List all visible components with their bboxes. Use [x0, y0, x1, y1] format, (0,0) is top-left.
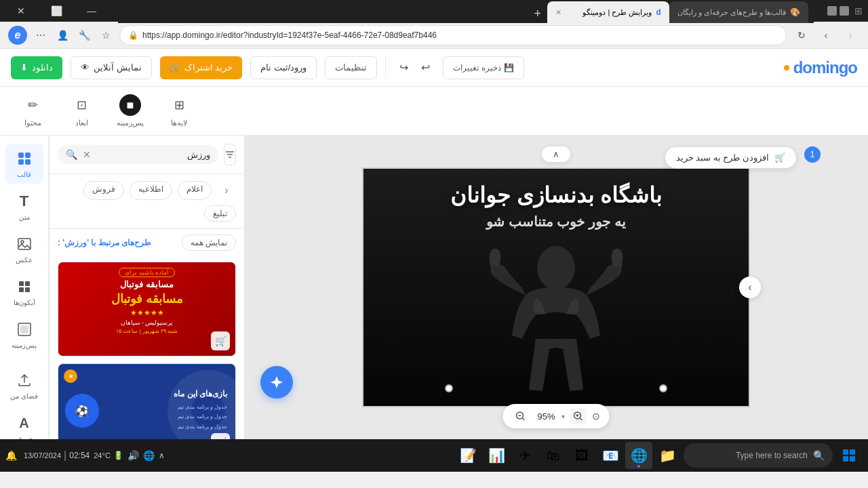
upload-icon	[15, 371, 34, 390]
more-icon[interactable]: ⋯	[33, 27, 49, 43]
fonts-icon: A	[15, 413, 34, 432]
main-content: 🛒 افزودن طرح به سبد خرید 1	[0, 136, 868, 439]
taskbar-notification[interactable]: 🔔	[5, 450, 17, 461]
canvas[interactable]: باشگاه بدنسازی جوانان یه جور خوب متناسب …	[362, 167, 750, 407]
svg-rect-26	[843, 456, 848, 462]
redo-button[interactable]: ↪	[394, 58, 413, 77]
template-search-input[interactable]	[96, 150, 210, 160]
tpl1-cart-icon[interactable]: 🛒	[211, 331, 230, 350]
profile-icon[interactable]: 👤	[54, 27, 71, 43]
resize-handle-left[interactable]	[445, 384, 453, 392]
resize-handle-right[interactable]	[659, 384, 667, 392]
add-to-cart-button[interactable]: 🛒 افزودن طرح به سبد خرید	[665, 146, 797, 169]
svg-rect-15	[18, 239, 31, 249]
svg-rect-20	[25, 287, 30, 292]
template-card-blue-sports[interactable]: ⚽ بازی‌های این ماه جدول و برنامه بندی تی…	[58, 363, 236, 439]
taskbar-excel[interactable]: 📊	[483, 442, 510, 469]
taskbar-store[interactable]: 🛍	[540, 442, 567, 469]
online-preview-button[interactable]: نمایش آنلاین 👁	[71, 56, 152, 79]
toolbar: ⊞ لایه‌ها ■ پس‌زمینه ⊡ ابعاد ✏ محتوا	[0, 87, 868, 136]
search-wrapper: ✕ 🔍	[58, 145, 218, 164]
systray-volume[interactable]: 🔊	[127, 450, 139, 461]
systray-network[interactable]: 🌐	[143, 450, 155, 461]
svg-rect-22	[20, 325, 28, 333]
panel-toggle-arrow[interactable]: ›	[739, 277, 761, 298]
template-card-football[interactable]: آماده باشید برای مسابقه فوتبال مسابقه فو…	[58, 262, 236, 357]
login-button[interactable]: ورود/ثبت نام	[250, 56, 317, 79]
tpl1-teams: پرسپولیس - سپاهان	[121, 319, 174, 326]
toolbar-background[interactable]: ■ پس‌زمینه	[114, 94, 146, 127]
sidebar-item-image[interactable]: عکس	[5, 229, 43, 269]
subscribe-button[interactable]: خرید اشتراک 🛒	[160, 56, 243, 79]
url-input[interactable]: 🔒 https://app.domingo.ir/editor?industry…	[119, 25, 787, 45]
taskbar-mail[interactable]: 📧	[597, 442, 624, 469]
svg-point-0	[537, 246, 575, 289]
taskbar-edge[interactable]: 🌐	[625, 442, 652, 469]
zoom-out-button[interactable]	[513, 408, 529, 424]
toolbar-layers[interactable]: ⊞ لایه‌ها	[163, 94, 195, 127]
zoom-fit-icon: ⊙	[592, 411, 600, 422]
systray-arrow[interactable]: ∧	[159, 451, 165, 460]
refresh-button[interactable]: ↻	[792, 26, 811, 45]
category-اعلام[interactable]: اعلام	[178, 181, 212, 200]
sidebar-item-icons[interactable]: آیکون‌ها	[5, 272, 43, 312]
forward-button[interactable]: ›	[816, 26, 835, 45]
start-button[interactable]	[835, 442, 863, 469]
chevron-up-icon: ∧	[553, 149, 559, 159]
taskbar-photos[interactable]: 🖼	[568, 442, 595, 469]
window-controls: — ⬜ ✕	[5, 0, 107, 22]
taskbar-telegram[interactable]: ✈	[511, 442, 538, 469]
logo: domingo	[784, 58, 857, 77]
toolbar-dimensions[interactable]: ⊡ ابعاد	[65, 94, 98, 127]
tab-templates[interactable]: 🎨 قالب‌ها و طرح‌های حرفه‌ای و رایگان	[669, 1, 808, 23]
maximize-button[interactable]: ⬜	[41, 0, 72, 22]
taskbar-file-explorer[interactable]: 📁	[654, 442, 681, 469]
download-icon: ⬇	[20, 62, 28, 73]
minimize-button[interactable]: —	[76, 0, 107, 22]
icons-icon	[15, 277, 34, 296]
save-button[interactable]: 💾 ذخیره تغییرات	[443, 56, 524, 79]
systray-temp[interactable]: 24°C	[94, 451, 111, 460]
sidebar-item-template[interactable]: قالب	[5, 144, 43, 184]
right-panel: ✕ 🔍 ‹ اعلام اطلاعیه فروش تبلیغ نمایش همه…	[49, 136, 244, 439]
sidebar-item-upload[interactable]: فضای من	[5, 365, 43, 405]
category-تبلیغ[interactable]: تبلیغ	[204, 205, 236, 222]
taskbar-search[interactable]: 🔍 Type here to search	[684, 443, 833, 468]
category-فروش[interactable]: فروش	[83, 181, 124, 200]
categories-scroll-button[interactable]: ‹	[217, 181, 236, 200]
title-bar: ⊞ 🎨 قالب‌ها و طرح‌های حرفه‌ای و رایگان d…	[0, 0, 868, 22]
top-nav: domingo 💾 ذخیره تغییرات ↩ ↪ تنظیمات ورود…	[0, 49, 868, 87]
svg-rect-14	[25, 159, 31, 165]
expand-panel-button[interactable]: ∧	[542, 146, 570, 162]
settings-button[interactable]: تنظیمات	[325, 56, 377, 79]
category-اطلاعیه[interactable]: اطلاعیه	[130, 181, 172, 200]
filter-button[interactable]	[224, 144, 236, 165]
extensions-icon[interactable]: 🔧	[76, 27, 92, 43]
download-button[interactable]: دانلود ⬇	[11, 56, 62, 79]
tab-editor[interactable]: d ویرایش طرح | دومینگو ✕	[547, 1, 669, 23]
sidebar-item-background[interactable]: پس‌زمینه	[5, 314, 43, 354]
undo-button[interactable]: ↩	[416, 58, 435, 77]
magic-button[interactable]	[260, 366, 293, 399]
svg-rect-11	[18, 152, 24, 158]
zoom-controls: ⊙ ▾ 95%	[503, 404, 610, 428]
svg-rect-18	[25, 281, 30, 286]
taskbar-word[interactable]: 📝	[454, 442, 481, 469]
sidebar-item-fonts[interactable]: A حروف	[5, 408, 43, 439]
tpl2-badge: ★	[64, 369, 77, 383]
dimensions-icon: ⊡	[71, 94, 92, 116]
star-icon[interactable]: ☆	[98, 27, 114, 43]
zoom-in-button[interactable]	[570, 408, 587, 424]
show-all-button[interactable]: نمایش همه	[182, 235, 236, 251]
taskbar-clock[interactable]: 02:54 | 13/07/2024	[24, 449, 90, 462]
back-button[interactable]: ‹	[841, 26, 860, 45]
search-submit-icon[interactable]: 🔍	[66, 149, 77, 160]
sidebar-item-text[interactable]: T متن	[5, 186, 43, 226]
new-tab-button[interactable]: +	[528, 4, 547, 23]
eye-icon: 👁	[81, 62, 90, 73]
search-clear-icon[interactable]: ✕	[83, 149, 91, 160]
tpl2-cart-icon[interactable]: 🛒	[211, 433, 230, 439]
close-tab-icon[interactable]: ✕	[555, 8, 561, 17]
toolbar-content[interactable]: ✏ محتوا	[16, 94, 49, 127]
close-button[interactable]: ✕	[5, 0, 37, 22]
